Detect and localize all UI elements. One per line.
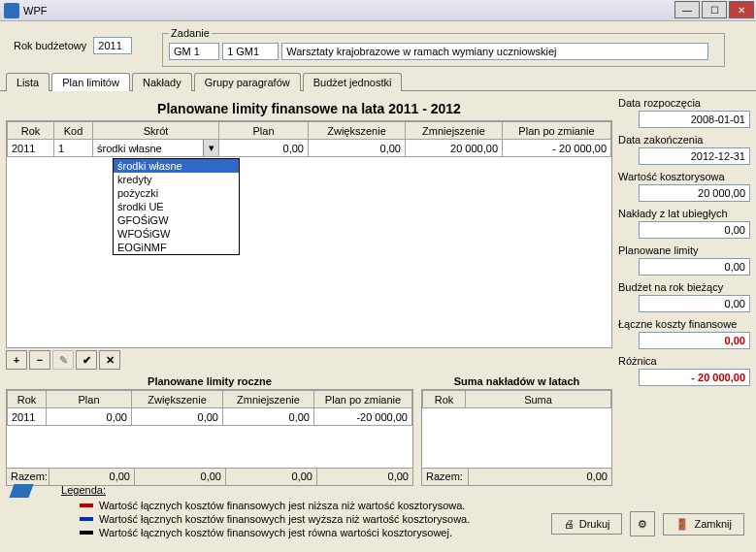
tab-lista[interactable]: Lista: [6, 73, 49, 91]
add-button[interactable]: +: [6, 350, 27, 370]
app-icon: [4, 3, 19, 18]
col-rok: Rok: [8, 122, 54, 140]
data-zak-value: 2012-12-31: [639, 147, 750, 165]
skrot-dropdown[interactable]: środki własne kredyty pożyczki środki UE…: [113, 158, 240, 255]
settings-button[interactable]: ⚙: [630, 511, 655, 536]
wart-label: Wartość kosztorysowa: [618, 171, 750, 182]
option-wfosigw[interactable]: WFOŚiGW: [114, 227, 239, 241]
lac-label: Łączne koszty finansowe: [618, 318, 750, 330]
yl-rok: 2011: [8, 408, 47, 426]
option-eoginmf[interactable]: EOGiNMF: [114, 241, 239, 254]
col-zmniejszenie: Zmniejszenie: [406, 122, 503, 140]
maximize-button[interactable]: ☐: [702, 1, 727, 18]
nakl-label: Nakłady z lat ubiegłych: [618, 208, 750, 219]
zamknij-button[interactable]: Zamknij: [663, 513, 744, 536]
yl-col-zw: Zwiększenie: [132, 391, 223, 408]
planlim-label: Planowane limity: [618, 244, 750, 256]
col-kod: Kod: [54, 122, 93, 140]
yl-zw: 0,00: [132, 408, 223, 426]
zadanie-code1: GM 1: [169, 43, 219, 60]
drukuj-button[interactable]: Drukuj: [551, 513, 623, 535]
rok-fieldset: Rok budżetowy 2011: [8, 27, 153, 60]
lower-right: Suma nakładów w latach Rok Suma Razem: 0…: [421, 375, 612, 486]
edit-button: ✎: [52, 350, 74, 370]
lower-left-title: Planowane limity roczne: [6, 375, 413, 387]
lower-left: Planowane limity roczne Rok Plan Zwiększ…: [6, 375, 413, 486]
bud-label: Budżet na rok bieżący: [618, 281, 750, 293]
door-icon: [675, 518, 689, 531]
swatch-black: [80, 531, 93, 535]
table-row[interactable]: 2011 0,00 0,00 0,00 -20 000,00: [8, 408, 412, 426]
yl-col-rok: Rok: [8, 391, 47, 408]
zamknij-label: Zamknij: [694, 518, 732, 530]
cell-skrot-combo[interactable]: środki własne ▾: [93, 140, 219, 157]
data-rozp-label: Data rozpoczęcia: [618, 97, 750, 109]
window-title: WPF: [23, 5, 47, 16]
record-toolbar: + − ✎ ✔ ✕: [6, 350, 612, 370]
yl-col-zm: Zmniejszenie: [223, 391, 314, 408]
option-srodki-ue[interactable]: środki UE: [114, 200, 239, 213]
gear-icon: ⚙: [638, 518, 647, 531]
option-kredyty[interactable]: kredyty: [114, 173, 239, 186]
main-grid: Rok Kod Skrót Plan Zwiększenie Zmniejsze…: [6, 120, 612, 348]
lower-right-title: Suma nakładów w latach: [421, 375, 612, 387]
roz-label: Różnica: [618, 355, 750, 367]
roz-value: - 20 000,00: [639, 369, 750, 386]
yearly-table: Rok Plan Zwiększenie Zmniejszenie Plan p…: [7, 390, 412, 426]
ok-button[interactable]: ✔: [76, 350, 97, 370]
print-icon: [564, 518, 575, 530]
legend-title: Legenda:: [61, 484, 106, 496]
tab-grupy-paragrafow[interactable]: Grupy paragrafów: [194, 73, 301, 91]
tab-plan-limitow[interactable]: Plan limitów: [51, 73, 130, 91]
option-pozyczki[interactable]: pożyczki: [114, 186, 239, 200]
option-srodki-wlasne[interactable]: środki własne: [114, 159, 239, 173]
legend-line-2: Wartość łącznych kosztów finansowych jes…: [99, 513, 470, 525]
close-window-button[interactable]: ✕: [729, 1, 754, 18]
sr-col-suma: Suma: [466, 391, 611, 408]
lower-row: Planowane limity roczne Rok Plan Zwiększ…: [6, 375, 612, 486]
tabs: Lista Plan limitów Nakłady Grupy paragra…: [0, 73, 756, 91]
legend-line-3: Wartość łącznych kosztów finansowych jes…: [99, 527, 452, 538]
suma-table: Rok Suma: [422, 390, 611, 408]
rok-label: Rok budżetowy: [14, 40, 86, 51]
cell-po-zmianie: - 20 000,00: [503, 140, 611, 157]
swatch-blue: [80, 517, 93, 521]
chevron-down-icon[interactable]: ▾: [203, 140, 218, 156]
sr-col-rok: Rok: [423, 391, 466, 408]
swatch-red: [80, 503, 93, 507]
delete-button[interactable]: −: [29, 350, 50, 370]
main-heading: Planowane limity finansowe na lata 2011 …: [6, 101, 612, 116]
bud-value: 0,00: [639, 295, 750, 312]
data-rozp-value: 2008-01-01: [639, 111, 750, 128]
cell-kod: 1: [54, 140, 93, 157]
tab-naklady[interactable]: Nakłady: [132, 73, 192, 91]
cancel-button[interactable]: ✕: [99, 350, 120, 370]
zadanie-legend: Zadanie: [169, 27, 212, 39]
rok-value: 2011: [93, 37, 132, 54]
yl-zm: 0,00: [223, 408, 314, 426]
legend-icon: [9, 484, 33, 498]
col-plan: Plan: [219, 122, 309, 140]
side-column: Data rozpoczęcia 2008-01-01 Data zakończ…: [618, 97, 750, 486]
yl-plan: 0,00: [47, 408, 132, 426]
col-zwiekszenie: Zwiększenie: [309, 122, 406, 140]
bottom-buttons: Drukuj ⚙ Zamknij: [551, 511, 744, 536]
main-column: Planowane limity finansowe na lata 2011 …: [6, 97, 612, 486]
main-table: Rok Kod Skrót Plan Zwiększenie Zmniejsze…: [7, 121, 611, 157]
cell-plan: 0,00: [219, 140, 309, 157]
col-skrot: Skrót: [93, 122, 219, 140]
table-row[interactable]: 2011 1 środki własne ▾ 0,00 0,00 20 000,…: [8, 140, 611, 157]
nakl-value: 0,00: [639, 221, 750, 239]
option-gfosigw[interactable]: GFOŚiGW: [114, 213, 239, 227]
col-plan-po-zmianie: Plan po zmianie: [503, 122, 611, 140]
yl-pz: -20 000,00: [314, 408, 412, 426]
tab-budzet-jednostki[interactable]: Budżet jednostki: [303, 73, 403, 91]
legend-line-1: Wartość łącznych kosztów finansowych jes…: [99, 500, 465, 511]
drukuj-label: Drukuj: [579, 518, 610, 530]
yl-col-pz: Plan po zmianie: [314, 391, 412, 408]
minimize-button[interactable]: —: [674, 1, 700, 18]
planlim-value: 0,00: [639, 258, 750, 276]
zadanie-desc: Warsztaty krajobrazowe w ramach wymiany …: [281, 43, 708, 60]
content: Planowane limity finansowe na lata 2011 …: [0, 91, 756, 492]
cell-zwiekszenie: 0,00: [309, 140, 406, 157]
